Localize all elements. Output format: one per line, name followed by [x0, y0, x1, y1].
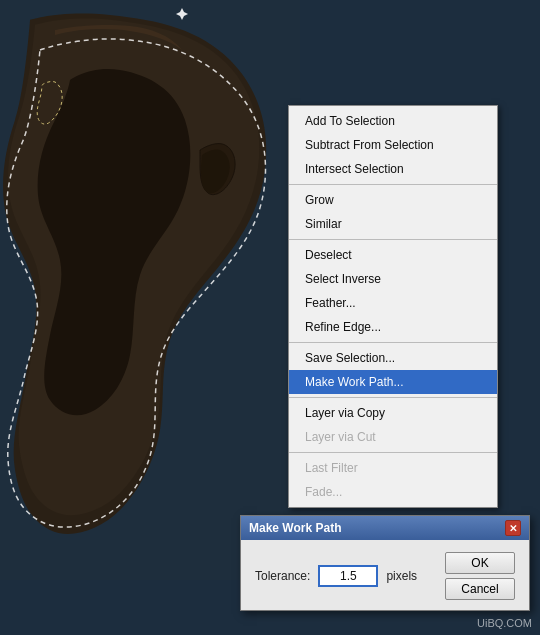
menu-item-add-to-selection[interactable]: Add To Selection	[289, 109, 497, 133]
menu-item-last-filter: Last Filter	[289, 456, 497, 480]
menu-item-deselect[interactable]: Deselect	[289, 243, 497, 267]
menu-separator	[289, 397, 497, 398]
tolerance-row: Tolerance: pixels OK Cancel	[255, 552, 515, 600]
dialog-title: Make Work Path	[249, 521, 341, 535]
menu-separator	[289, 342, 497, 343]
menu-item-grow[interactable]: Grow	[289, 188, 497, 212]
menu-item-similar[interactable]: Similar	[289, 212, 497, 236]
menu-item-layer-via-copy[interactable]: Layer via Copy	[289, 401, 497, 425]
menu-item-layer-via-cut: Layer via Cut	[289, 425, 497, 449]
context-menu: Add To SelectionSubtract From SelectionI…	[288, 105, 498, 508]
menu-separator	[289, 184, 497, 185]
dialog-body: Tolerance: pixels OK Cancel	[241, 540, 529, 610]
tolerance-label: Tolerance:	[255, 569, 310, 583]
dialog-titlebar: Make Work Path ✕	[241, 516, 529, 540]
menu-item-make-work-path[interactable]: Make Work Path...	[289, 370, 497, 394]
ok-button[interactable]: OK	[445, 552, 515, 574]
leather-object-svg	[0, 0, 300, 580]
menu-item-refine-edge[interactable]: Refine Edge...	[289, 315, 497, 339]
dialog-close-button[interactable]: ✕	[505, 520, 521, 536]
menu-item-subtract-from-selection[interactable]: Subtract From Selection	[289, 133, 497, 157]
cancel-button[interactable]: Cancel	[445, 578, 515, 600]
watermark: UiBQ.COM	[477, 617, 532, 629]
menu-separator	[289, 452, 497, 453]
menu-item-fade: Fade...	[289, 480, 497, 504]
make-work-path-dialog: Make Work Path ✕ Tolerance: pixels OK Ca…	[240, 515, 530, 611]
menu-item-feather[interactable]: Feather...	[289, 291, 497, 315]
menu-item-select-inverse[interactable]: Select Inverse	[289, 267, 497, 291]
pixels-label: pixels	[386, 569, 417, 583]
menu-separator	[289, 239, 497, 240]
dialog-buttons: OK Cancel	[445, 552, 515, 600]
menu-item-save-selection[interactable]: Save Selection...	[289, 346, 497, 370]
menu-item-intersect-selection[interactable]: Intersect Selection	[289, 157, 497, 181]
tolerance-input[interactable]	[318, 565, 378, 587]
